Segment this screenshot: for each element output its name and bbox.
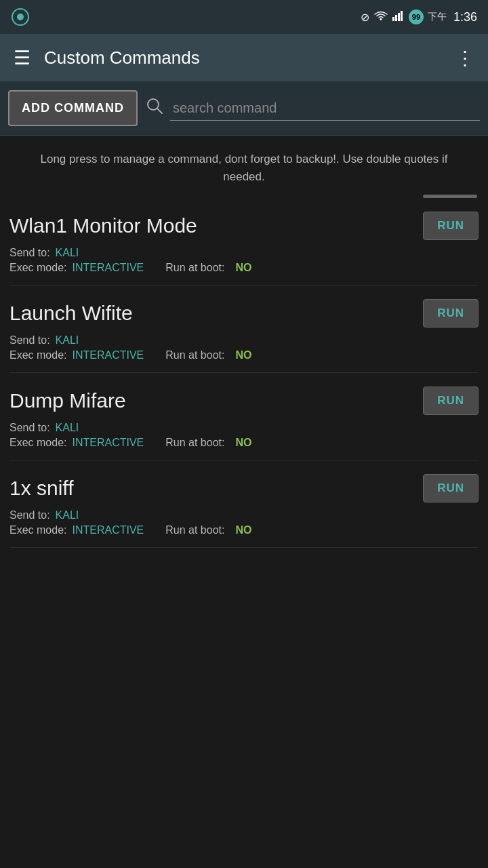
command-list: Wlan1 Monitor Mode RUN Send to: KALI Exe… bbox=[0, 198, 488, 548]
add-command-button[interactable]: ADD COMMAND bbox=[8, 90, 138, 126]
command-item: Dump Mifare RUN Send to: KALI Exec mode:… bbox=[9, 373, 479, 460]
status-bar-left bbox=[11, 7, 30, 26]
command-meta: Send to: KALI Exec mode: INTERACTIVE Run… bbox=[9, 509, 479, 536]
status-bar: ⊘ bbox=[0, 0, 488, 34]
search-input[interactable] bbox=[170, 96, 480, 121]
command-item: 1x sniff RUN Send to: KALI Exec mode: IN… bbox=[9, 460, 479, 548]
meta-exec-boot: Exec mode: INTERACTIVE Run at boot: NO bbox=[9, 524, 479, 536]
svg-point-2 bbox=[380, 18, 382, 20]
info-message: Long press to manage a command, dont for… bbox=[0, 136, 488, 192]
app-status-icon bbox=[11, 7, 30, 26]
meta-exec-boot: Exec mode: INTERACTIVE Run at boot: NO bbox=[9, 437, 479, 449]
toolbar: ADD COMMAND bbox=[0, 81, 488, 136]
run-button[interactable]: RUN bbox=[423, 212, 479, 240]
run-button[interactable]: RUN bbox=[423, 474, 479, 502]
dnd-icon: ⊘ bbox=[361, 11, 369, 24]
time-day-label: 下午 bbox=[428, 11, 447, 23]
svg-rect-3 bbox=[392, 17, 394, 21]
scroll-indicator bbox=[423, 195, 477, 198]
more-options-icon[interactable]: ⋮ bbox=[455, 47, 474, 69]
command-item: Wlan1 Monitor Mode RUN Send to: KALI Exe… bbox=[9, 198, 479, 285]
command-header: Dump Mifare RUN bbox=[9, 387, 479, 415]
menu-icon[interactable]: ☰ bbox=[14, 47, 30, 69]
meta-exec-boot: Exec mode: INTERACTIVE Run at boot: NO bbox=[9, 262, 479, 274]
wifi-icon bbox=[373, 10, 388, 24]
svg-rect-6 bbox=[401, 11, 403, 21]
command-header: Launch Wifite RUN bbox=[9, 299, 479, 328]
command-item: Launch Wifite RUN Send to: KALI Exec mod… bbox=[9, 285, 479, 373]
meta-exec-boot: Exec mode: INTERACTIVE Run at boot: NO bbox=[9, 349, 479, 361]
command-header: 1x sniff RUN bbox=[9, 474, 479, 502]
meta-send-to: Send to: KALI bbox=[9, 247, 479, 259]
signal-icon bbox=[392, 10, 405, 24]
meta-send-to: Send to: KALI bbox=[9, 422, 479, 434]
svg-rect-5 bbox=[398, 13, 400, 21]
status-bar-right: ⊘ bbox=[361, 9, 477, 24]
run-button[interactable]: RUN bbox=[423, 387, 479, 415]
run-button[interactable]: RUN bbox=[423, 299, 479, 328]
svg-rect-4 bbox=[395, 15, 397, 21]
command-header: Wlan1 Monitor Mode RUN bbox=[9, 212, 479, 240]
meta-send-to: Send to: KALI bbox=[9, 509, 479, 521]
status-time: 1:36 bbox=[453, 10, 477, 24]
command-name: 1x sniff bbox=[9, 477, 74, 500]
command-meta: Send to: KALI Exec mode: INTERACTIVE Run… bbox=[9, 334, 479, 361]
command-name: Dump Mifare bbox=[9, 389, 126, 412]
battery-level: 99 bbox=[409, 9, 424, 24]
page-title: Custom Commands bbox=[44, 47, 442, 68]
command-name: Wlan1 Monitor Mode bbox=[9, 214, 197, 237]
search-icon bbox=[146, 97, 163, 119]
svg-line-8 bbox=[157, 108, 162, 113]
command-meta: Send to: KALI Exec mode: INTERACTIVE Run… bbox=[9, 247, 479, 274]
svg-point-1 bbox=[17, 14, 24, 20]
app-bar: ☰ Custom Commands ⋮ bbox=[0, 34, 488, 81]
search-container bbox=[146, 96, 480, 121]
command-name: Launch Wifite bbox=[9, 302, 133, 325]
command-meta: Send to: KALI Exec mode: INTERACTIVE Run… bbox=[9, 422, 479, 449]
meta-send-to: Send to: KALI bbox=[9, 334, 479, 347]
